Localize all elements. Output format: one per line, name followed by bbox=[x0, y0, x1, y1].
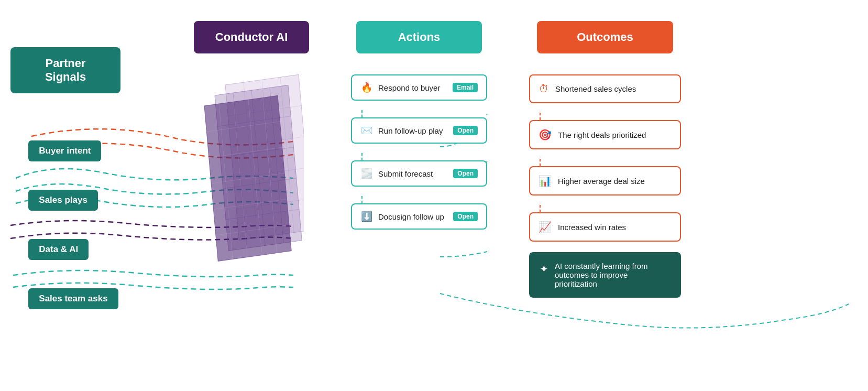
signal-buyer-intent: Buyer intent bbox=[28, 140, 118, 161]
action-badge-1: Email bbox=[453, 83, 478, 92]
signal-data-ai: Data & AI bbox=[28, 239, 118, 260]
outcome-shortened-cycles: ⏱ Shortened sales cycles bbox=[529, 74, 681, 103]
sparkle-icon: ✦ bbox=[540, 263, 548, 275]
docusign-icon: ⬇️ bbox=[360, 211, 373, 222]
action-docusign-followup[interactable]: ⬇️ Docusign follow up Open bbox=[351, 203, 487, 230]
actions-section: Actions 🔥 Respond to buyer Email ✉️ Run … bbox=[351, 21, 487, 239]
action-text-2: Run follow-up play bbox=[378, 126, 443, 135]
outcomes-header: Outcomes bbox=[537, 21, 673, 53]
signals-list: Buyer intent Sales plays Data & AI Sales… bbox=[13, 109, 118, 309]
outcome-text-2: The right deals prioritized bbox=[558, 131, 646, 139]
chart-scatter-icon: 📊 bbox=[539, 175, 552, 187]
target-icon: 🎯 bbox=[539, 128, 552, 141]
outcome-text-3: Higher average deal size bbox=[558, 177, 645, 186]
outcome-right-deals: 🎯 The right deals prioritized bbox=[529, 120, 681, 149]
conductor-section: Conductor AI bbox=[194, 21, 309, 274]
signal-sales-plays: Sales plays bbox=[28, 190, 118, 211]
action-badge-4: Open bbox=[453, 212, 478, 221]
col-signals: Partner Signals Buyer intent Sales plays… bbox=[10, 21, 147, 309]
col-conductor: Conductor AI bbox=[178, 21, 325, 274]
action-submit-forecast[interactable]: 🌫️ Submit forecast Open bbox=[351, 160, 487, 187]
outcome-text-4: Increased win rates bbox=[558, 223, 626, 232]
outcome-text-1: Shortened sales cycles bbox=[555, 84, 636, 93]
clock-icon: ⏱ bbox=[539, 83, 549, 95]
action-followup-play[interactable]: ✉️ Run follow-up play Open bbox=[351, 117, 487, 144]
conductor-header: Conductor AI bbox=[194, 21, 309, 53]
col-actions: Actions 🔥 Respond to buyer Email ✉️ Run … bbox=[340, 21, 498, 239]
main-container: Partner Signals Buyer intent Sales plays… bbox=[0, 0, 868, 391]
outcome-win-rates: 📈 Increased win rates bbox=[529, 212, 681, 242]
ai-learning-box: ✦ AI constantly learning from outcomes t… bbox=[529, 252, 681, 298]
action-text-4: Docusign follow up bbox=[378, 212, 444, 221]
outcomes-list: ⏱ Shortened sales cycles 🎯 The right dea… bbox=[529, 74, 681, 298]
outcome-connector-2 bbox=[540, 159, 541, 166]
ai-learning-text: AI constantly learning from outcomes to … bbox=[555, 262, 671, 288]
outcome-deal-size: 📊 Higher average deal size bbox=[529, 166, 681, 196]
actions-list: 🔥 Respond to buyer Email ✉️ Run follow-u… bbox=[351, 74, 487, 239]
signal-label-buyer-intent: Buyer intent bbox=[28, 140, 101, 161]
action-respond-buyer[interactable]: 🔥 Respond to buyer Email bbox=[351, 74, 487, 101]
fire-icon: 🔥 bbox=[360, 82, 373, 93]
action-badge-2: Open bbox=[453, 126, 478, 135]
connector-2 bbox=[361, 153, 362, 160]
signal-label-sales-team-asks: Sales team asks bbox=[28, 288, 118, 309]
cloud-icon: 🌫️ bbox=[360, 168, 373, 179]
bar-chart-icon: 📈 bbox=[539, 221, 552, 233]
diagram-row: Partner Signals Buyer intent Sales plays… bbox=[10, 21, 858, 309]
outcome-connector-1 bbox=[540, 113, 541, 120]
signal-label-sales-plays: Sales plays bbox=[28, 190, 98, 211]
action-text-1: Respond to buyer bbox=[378, 83, 440, 92]
connector-3 bbox=[361, 196, 362, 203]
signals-header: Partner Signals bbox=[10, 47, 120, 93]
action-badge-3: Open bbox=[453, 169, 478, 178]
outcomes-section: Outcomes ⏱ Shortened sales cycles 🎯 The … bbox=[529, 21, 681, 298]
col-outcomes: Outcomes ⏱ Shortened sales cycles 🎯 The … bbox=[519, 21, 691, 298]
mail-icon: ✉️ bbox=[360, 125, 373, 136]
signals-section: Partner Signals Buyer intent Sales plays… bbox=[10, 47, 120, 309]
signal-label-data-ai: Data & AI bbox=[28, 239, 89, 260]
connector-1 bbox=[361, 110, 362, 117]
signal-sales-team-asks: Sales team asks bbox=[28, 288, 118, 309]
action-text-3: Submit forecast bbox=[378, 169, 433, 178]
outcome-connector-3 bbox=[540, 205, 541, 212]
conductor-3d-stack bbox=[199, 74, 304, 274]
stack-svg bbox=[199, 74, 304, 284]
actions-header: Actions bbox=[356, 21, 482, 53]
